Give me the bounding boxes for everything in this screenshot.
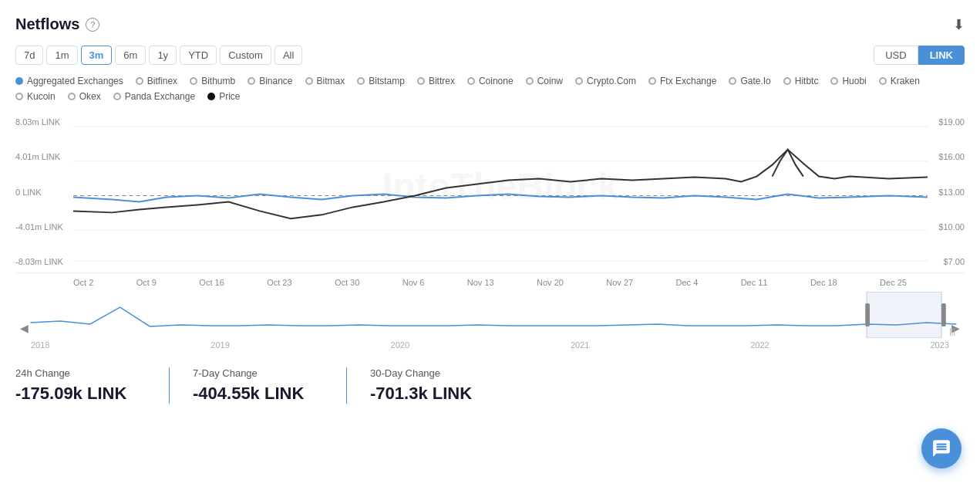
legend-label-huobi: Huobi [842,76,866,86]
legend-item-panda[interactable]: Panda Exchange [113,91,195,102]
mini-x-2018: 2018 [31,340,49,350]
legend-label-bitfinex: Bitfinex [147,76,177,86]
chart-container: 8.03m LINK 4.01m LINK 0 LINK -4.01m LINK… [15,111,965,352]
time-btn-1m[interactable]: 1m [46,46,77,65]
time-filter-group: 7d 1m 3m 6m 1y YTD Custom All [15,46,302,65]
mini-chart-svg [15,292,965,338]
y-right-label-3: $13.00 [928,188,965,197]
x-label-oct30: Oct 30 [335,278,359,287]
legend-dot-aggregated [15,77,23,85]
x-label-dec25: Dec 25 [880,278,907,287]
stat-24h-label: 24h Change [15,367,146,379]
mini-scroll-indicator: ||| [949,327,955,336]
stat-24h: 24h Change -175.09k LINK [15,367,170,404]
y-axis-right: $19.00 $16.00 $13.00 $10.00 $7.00 [928,111,965,272]
time-btn-6m[interactable]: 6m [115,46,146,65]
legend-dot-coinone [467,77,475,85]
legend-item-coinw[interactable]: Coinw [526,76,563,86]
currency-btn-usd[interactable]: USD [874,46,918,65]
mini-x-2022: 2022 [750,340,769,350]
svg-text:IntoTheBlock: IntoTheBlock [382,166,618,208]
legend-dot-bithumb [190,77,197,85]
time-btn-3m[interactable]: 3m [81,46,113,65]
legend-item-huobi[interactable]: Huobi [830,76,866,86]
legend-dot-price [207,93,215,100]
x-label-dec11: Dec 11 [741,278,768,287]
y-right-label-5: $7.00 [928,257,965,266]
legend-dot-bitmax [305,77,313,85]
stat-7d-value: -404.55k LINK [193,384,323,404]
legend-item-kraken[interactable]: Kraken [879,76,920,86]
legend-item-okex[interactable]: Okex [68,91,101,102]
stat-30d: 30-Day Change -701.3k LINK [370,367,524,404]
legend-item-gateio[interactable]: Gate.Io [729,76,770,86]
legend-label-coinw: Coinw [537,76,563,86]
y-label-5: -8.03m LINK [15,257,73,266]
header: Netflows ? ⬇ [15,15,965,33]
x-label-oct9: Oct 9 [136,278,157,287]
mini-x-axis: 2018 2019 2020 2021 2022 2023 [15,338,965,352]
mini-chart[interactable]: ◀ ▶ ||| [15,292,965,338]
legend-item-bitmax[interactable]: Bitmax [305,76,345,86]
svg-rect-6 [15,292,965,338]
legend-label-coinone: Coinone [479,76,514,86]
time-btn-7d[interactable]: 7d [15,46,43,65]
legend-label-hitbtc: Hitbtc [795,76,819,86]
legend-item-bithumb[interactable]: Bithumb [190,76,235,86]
y-label-1: 8.03m LINK [15,117,73,127]
legend-label-kucoin: Kucoin [27,91,56,102]
legend-dot-binance [248,77,255,85]
legend-item-bittrex[interactable]: Bittrex [417,76,455,86]
stat-7d: 7-Day Change -404.55k LINK [193,367,347,404]
time-btn-all[interactable]: All [274,46,302,65]
header-left: Netflows ? [15,15,99,33]
legend-dot-cryptocom [575,77,583,85]
y-label-3: 0 LINK [15,188,73,197]
info-icon[interactable]: ? [86,18,99,32]
chart-legend: Aggregated Exchanges Bitfinex Bithumb Bi… [15,76,965,102]
mini-nav-left[interactable]: ◀ [20,322,29,334]
x-label-nov27: Nov 27 [606,278,633,287]
svg-rect-7 [867,292,941,338]
main-chart: 8.03m LINK 4.01m LINK 0 LINK -4.01m LINK… [15,111,965,273]
y-label-2: 4.01m LINK [15,152,73,161]
x-label-nov6: Nov 6 [402,278,425,287]
x-label-oct2: Oct 2 [73,278,93,287]
legend-label-kraken: Kraken [891,76,920,86]
legend-dot-bittrex [417,77,425,85]
time-btn-1y[interactable]: 1y [149,46,177,65]
legend-dot-gateio [729,77,736,85]
chat-icon [931,438,951,458]
legend-item-bitfinex[interactable]: Bitfinex [136,76,177,86]
legend-dot-bitfinex [136,77,143,85]
y-right-label-1: $19.00 [928,117,965,127]
legend-item-price[interactable]: Price [207,91,240,102]
x-axis: Oct 2 Oct 9 Oct 16 Oct 23 Oct 30 Nov 6 N… [15,273,965,292]
filters-row: 7d 1m 3m 6m 1y YTD Custom All USD LINK [15,46,965,65]
legend-item-bitstamp[interactable]: Bitstamp [357,76,405,86]
currency-btn-link[interactable]: LINK [918,46,965,65]
legend-label-price: Price [219,91,240,102]
legend-label-gateio: Gate.Io [740,76,770,86]
legend-dot-okex [68,93,76,100]
stat-30d-value: -701.3k LINK [370,384,501,404]
legend-item-ftx[interactable]: Ftx Exchange [648,76,716,86]
legend-item-hitbtc[interactable]: Hitbtc [783,76,819,86]
download-icon[interactable]: ⬇ [953,16,965,33]
legend-item-cryptocom[interactable]: Crypto.Com [575,76,636,86]
stat-24h-value: -175.09k LINK [15,384,146,404]
legend-label-aggregated: Aggregated Exchanges [27,76,123,86]
legend-item-coinone[interactable]: Coinone [467,76,514,86]
legend-label-panda: Panda Exchange [125,91,195,102]
legend-dot-kucoin [15,93,23,100]
legend-item-binance[interactable]: Binance [248,76,292,86]
x-label-oct23: Oct 23 [267,278,291,287]
time-btn-custom[interactable]: Custom [220,46,271,65]
legend-item-kucoin[interactable]: Kucoin [15,91,56,102]
chat-button[interactable] [921,428,961,468]
time-btn-ytd[interactable]: YTD [180,46,217,65]
y-label-4: -4.01m LINK [15,222,73,232]
legend-label-okex: Okex [79,91,101,102]
legend-item-aggregated[interactable]: Aggregated Exchanges [15,76,123,86]
legend-label-cryptocom: Crypto.Com [587,76,636,86]
